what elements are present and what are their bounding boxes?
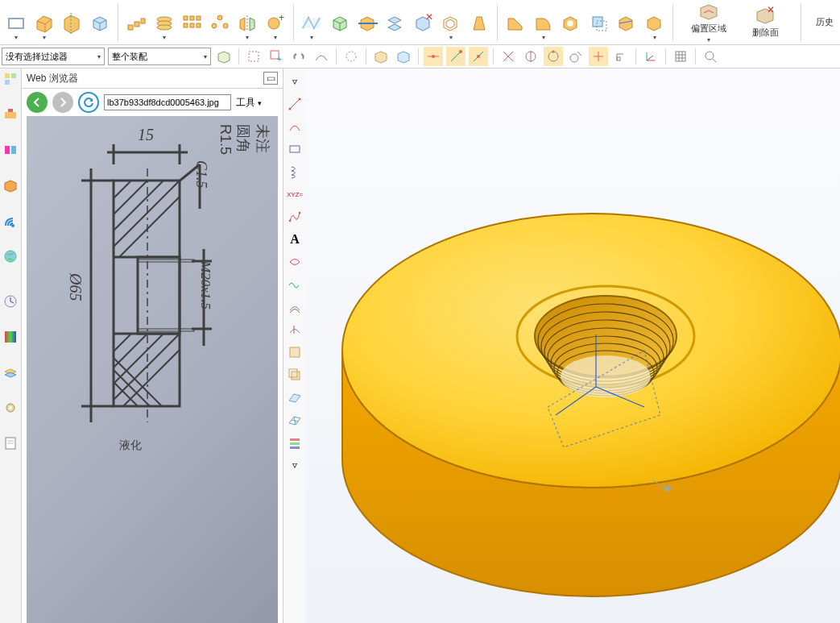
sb-sep [695, 48, 696, 64]
viewport: ▿ XYZ= A ▿ [283, 69, 840, 623]
add-feature-button[interactable]: + [263, 4, 289, 41]
delete-face-button[interactable]: ✕ 删除面 [741, 6, 789, 39]
delete-face-label: 删除面 [752, 27, 779, 39]
lt-globe-icon[interactable] [2, 247, 19, 265]
sb-dashed-circle-icon[interactable] [341, 47, 361, 66]
vt-deriv-icon[interactable] [285, 320, 304, 339]
face-draft-button[interactable] [614, 4, 640, 41]
sb-snap-quad-icon[interactable] [544, 47, 563, 66]
svg-rect-11 [184, 23, 188, 27]
lt-history-icon[interactable] [2, 293, 19, 310]
sb-snap-mid-icon[interactable] [469, 47, 488, 66]
sb-snap-intersect-icon[interactable] [499, 47, 518, 66]
vt-sheet1-icon[interactable] [285, 343, 304, 362]
sb-wcs-icon[interactable] [641, 47, 660, 66]
lt-constraint-nav-icon[interactable] [2, 141, 19, 159]
vt-expression-icon[interactable]: XYZ= [285, 185, 304, 204]
canvas-3d[interactable] [306, 69, 840, 623]
vt-arc-icon[interactable] [285, 117, 304, 136]
viewport-toolbar: ▿ XYZ= A ▿ [283, 69, 307, 623]
sb-search-icon[interactable] [701, 47, 720, 66]
lt-gear-icon[interactable] [2, 399, 19, 417]
face-more-button[interactable] [642, 4, 668, 41]
svg-rect-60 [11, 73, 16, 78]
delete-body-button[interactable]: ✕ [410, 4, 437, 41]
sb-snap-center-icon[interactable] [521, 47, 540, 66]
edge-blend-button[interactable] [558, 4, 585, 41]
nav-refresh-button[interactable] [78, 92, 99, 113]
box-green-button[interactable] [327, 4, 354, 41]
nav-back-button[interactable] [27, 92, 48, 113]
blueprint-image: 未注圆角 R1.5 15 C1.5 M20x1.5 Ø65 液化 [27, 116, 278, 623]
pattern-circular-button[interactable] [207, 4, 234, 41]
sb-snap-end-icon[interactable] [446, 47, 466, 66]
vt-menu-icon[interactable] [285, 433, 304, 452]
vt-more-icon[interactable]: ▿ [285, 72, 304, 91]
lt-material-icon[interactable] [2, 177, 19, 194]
chamfer-button[interactable] [503, 4, 529, 41]
vt-mesh-icon[interactable] [285, 410, 304, 430]
vt-helix-icon[interactable] [285, 162, 304, 181]
sb-snap-perp-icon[interactable] [611, 47, 631, 66]
offset-face-button[interactable] [586, 4, 612, 41]
vt-surface-icon[interactable] [285, 388, 304, 407]
pattern-grid-button[interactable] [179, 4, 205, 41]
extrude-button[interactable] [31, 4, 58, 41]
sb-sep [336, 48, 337, 64]
vt-wave-icon[interactable] [285, 275, 304, 294]
sb-addsel-icon[interactable]: + [267, 47, 286, 66]
dropdown-glyph-icon: ▾ [707, 36, 710, 44]
sb-snap-plus-icon[interactable] [589, 47, 608, 66]
lt-layer-icon[interactable] [2, 363, 19, 381]
offset-region-button[interactable]: 偏置区域 ▾ [685, 2, 733, 44]
sb-box2-icon[interactable] [394, 47, 413, 66]
svg-rect-83 [138, 257, 180, 334]
unfold-button[interactable] [299, 4, 325, 41]
sb-curve-icon[interactable] [312, 47, 331, 66]
layers-button[interactable] [151, 4, 178, 41]
vt-line-icon[interactable] [285, 94, 304, 114]
fillet-button[interactable] [530, 4, 557, 41]
sb-link-icon[interactable] [289, 47, 308, 66]
sb-select-icon[interactable] [244, 47, 263, 66]
sb-cube-icon[interactable] [214, 47, 234, 66]
panel-minimize-button[interactable]: ▭ [263, 72, 278, 85]
history-button[interactable]: 历史 [813, 16, 837, 28]
nav-forward-button[interactable] [52, 92, 73, 113]
mirror-button[interactable] [234, 4, 261, 41]
filter-combo[interactable]: 没有选择过滤器 [2, 48, 105, 65]
svg-point-114 [299, 98, 301, 101]
vt-offset-curve-icon[interactable] [285, 297, 304, 317]
pattern-linear-button[interactable] [123, 4, 150, 41]
sb-snap-tangent-icon[interactable] [566, 47, 586, 66]
vt-spline-icon[interactable] [285, 207, 304, 226]
sb-box1-icon[interactable] [371, 47, 391, 66]
url-input[interactable] [104, 94, 231, 110]
shell-button[interactable] [438, 4, 465, 41]
lt-sheet-icon[interactable] [2, 434, 19, 452]
svg-point-44 [570, 54, 578, 62]
vt-curve2-icon[interactable] [285, 252, 304, 272]
vt-text-icon[interactable]: A [285, 230, 304, 249]
revolve-button[interactable] [59, 4, 85, 41]
svg-rect-10 [197, 16, 201, 20]
sb-grid-icon[interactable] [671, 47, 690, 66]
split-body-button[interactable] [383, 4, 409, 41]
svg-point-16 [223, 23, 228, 28]
lt-signal-icon[interactable] [2, 212, 19, 230]
lt-part-nav-icon[interactable] [2, 70, 19, 88]
lt-color-icon[interactable] [2, 328, 19, 346]
vt-rect-icon[interactable] [285, 139, 304, 159]
trim-body-button[interactable] [354, 4, 381, 41]
blueprint-footer: 液化 [119, 438, 142, 453]
assembly-combo[interactable]: 整个装配 [108, 48, 211, 65]
minimize-glyph-icon: ▭ [267, 73, 275, 84]
cube-button[interactable] [87, 4, 114, 41]
sketch-rect-button[interactable] [3, 4, 30, 41]
vt-more2-icon[interactable]: ▿ [285, 455, 304, 475]
vt-sheet2-icon[interactable] [285, 365, 304, 384]
sb-snap-point-icon[interactable] [424, 47, 443, 66]
draft-button[interactable] [466, 4, 492, 41]
tools-dropdown[interactable]: 工具 ▾ [236, 96, 262, 110]
lt-assembly-nav-icon[interactable] [2, 106, 19, 123]
